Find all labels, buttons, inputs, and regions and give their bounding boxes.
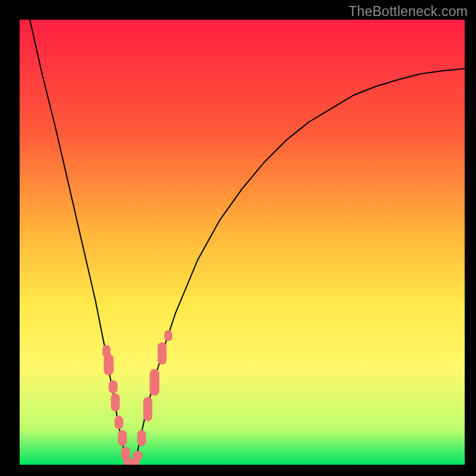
watermark-text: TheBottleneck.com bbox=[349, 4, 468, 20]
curve-marker bbox=[114, 416, 123, 429]
chart-frame: TheBottleneck.com bbox=[0, 0, 476, 476]
curve-marker bbox=[118, 430, 127, 446]
curve-marker bbox=[137, 430, 146, 446]
curve-marker bbox=[104, 354, 114, 375]
chart-overlay bbox=[20, 20, 465, 465]
curve-marker bbox=[149, 369, 159, 396]
curve-marker bbox=[164, 330, 173, 341]
curve-marker bbox=[158, 342, 167, 364]
curve-marker bbox=[109, 380, 118, 393]
bottleneck-curve bbox=[30, 20, 465, 462]
curve-marker bbox=[111, 393, 120, 411]
marker-cluster bbox=[102, 330, 173, 465]
curve-marker bbox=[133, 451, 143, 461]
curve-marker bbox=[143, 397, 152, 421]
